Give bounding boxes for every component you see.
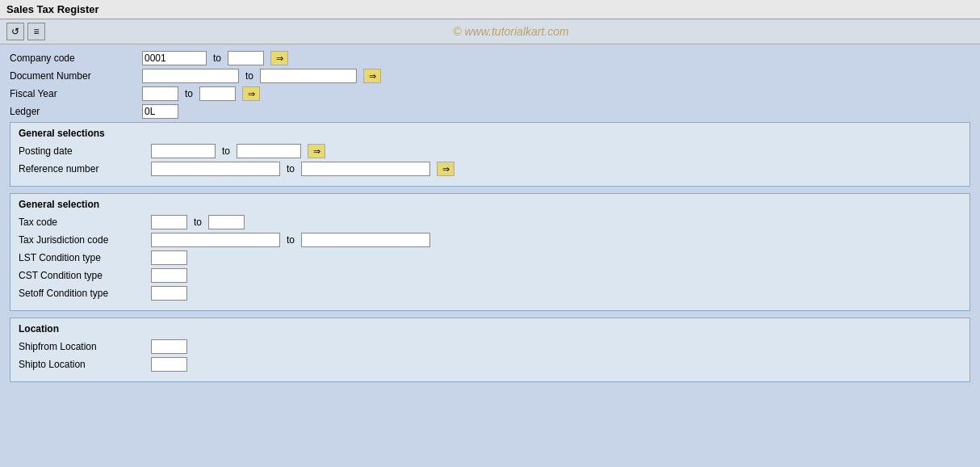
tax-code-from-input[interactable]: [151, 215, 187, 229]
reference-number-from-input[interactable]: [151, 162, 280, 176]
cst-condition-label: CST Condition type: [19, 270, 148, 281]
company-code-to-label: to: [213, 53, 221, 64]
ledger-label: Ledger: [10, 106, 139, 117]
shipto-input[interactable]: [151, 357, 187, 372]
posting-date-from-input[interactable]: [151, 144, 216, 158]
fiscal-year-from-input[interactable]: [142, 86, 178, 101]
posting-date-row: Posting date to ⇒: [19, 144, 961, 158]
tax-jurisdiction-to-label: to: [287, 234, 295, 246]
fiscal-year-to-input[interactable]: [199, 86, 236, 101]
posting-date-to-input[interactable]: [237, 144, 301, 158]
main-content: Company code to ⇒ Document Number to ⇒ F…: [0, 44, 980, 395]
shipfrom-input[interactable]: [151, 339, 187, 354]
reference-number-to-input[interactable]: [301, 162, 430, 176]
back-icon[interactable]: ↺: [6, 23, 24, 40]
title-bar: Sales Tax Register: [0, 0, 980, 19]
document-number-row: Document Number to ⇒: [10, 69, 970, 83]
company-code-label: Company code: [10, 53, 139, 64]
shipfrom-label: Shipfrom Location: [19, 341, 148, 352]
company-code-row: Company code to ⇒: [10, 51, 970, 65]
tax-jurisdiction-from-input[interactable]: [151, 233, 280, 247]
tax-jurisdiction-row: Tax Jurisdiction code to: [19, 233, 961, 247]
document-number-to-label: to: [245, 70, 253, 82]
fiscal-year-arrow-btn[interactable]: ⇒: [242, 86, 260, 101]
ledger-input[interactable]: [142, 104, 178, 119]
fiscal-year-to-label: to: [185, 88, 193, 99]
reference-number-arrow-btn[interactable]: ⇒: [437, 162, 454, 176]
fiscal-year-label: Fiscal Year: [10, 88, 139, 99]
location-section: Location Shipfrom Location Shipto Locati…: [10, 318, 970, 382]
cst-condition-row: CST Condition type: [19, 268, 961, 283]
company-code-to-input[interactable]: [228, 51, 264, 65]
shipfrom-row: Shipfrom Location: [19, 339, 961, 354]
posting-date-arrow-btn[interactable]: ⇒: [308, 144, 325, 158]
document-number-label: Document Number: [10, 70, 139, 82]
posting-date-to-label: to: [222, 145, 230, 157]
cst-condition-input[interactable]: [151, 268, 187, 283]
forward-icon[interactable]: ≡: [27, 23, 45, 40]
page-title: Sales Tax Register: [6, 3, 99, 15]
shipto-label: Shipto Location: [19, 359, 148, 370]
lst-condition-label: LST Condition type: [19, 252, 148, 263]
posting-date-label: Posting date: [19, 145, 148, 157]
reference-number-label: Reference number: [19, 163, 148, 175]
tax-code-to-input[interactable]: [208, 215, 245, 229]
watermark: © www.tutorialkart.com: [48, 25, 974, 38]
toolbar: ↺ ≡ © www.tutorialkart.com: [0, 19, 980, 44]
document-number-arrow-btn[interactable]: ⇒: [363, 69, 381, 83]
setoff-condition-row: Setoff Condition type: [19, 286, 961, 301]
document-number-to-input[interactable]: [260, 69, 357, 83]
reference-number-to-label: to: [287, 163, 295, 175]
tax-code-to-label: to: [194, 217, 202, 228]
tax-jurisdiction-to-input[interactable]: [301, 233, 430, 247]
setoff-condition-input[interactable]: [151, 286, 187, 301]
ledger-row: Ledger: [10, 104, 970, 119]
document-number-from-input[interactable]: [142, 69, 239, 83]
lst-condition-input[interactable]: [151, 250, 187, 265]
general-selections-title: General selections: [19, 128, 961, 139]
general-selection-title: General selection: [19, 199, 961, 210]
lst-condition-row: LST Condition type: [19, 250, 961, 265]
general-selection-section: General selection Tax code to Tax Jurisd…: [10, 193, 970, 311]
company-code-arrow-btn[interactable]: ⇒: [270, 51, 288, 65]
company-code-from-input[interactable]: [142, 51, 207, 65]
tax-code-row: Tax code to: [19, 215, 961, 229]
location-title: Location: [19, 323, 961, 334]
general-selections-section: General selections Posting date to ⇒ Ref…: [10, 122, 970, 187]
setoff-condition-label: Setoff Condition type: [19, 288, 148, 299]
tax-jurisdiction-label: Tax Jurisdiction code: [19, 234, 148, 246]
shipto-row: Shipto Location: [19, 357, 961, 372]
fiscal-year-row: Fiscal Year to ⇒: [10, 86, 970, 101]
tax-code-label: Tax code: [19, 217, 148, 228]
reference-number-row: Reference number to ⇒: [19, 162, 961, 176]
